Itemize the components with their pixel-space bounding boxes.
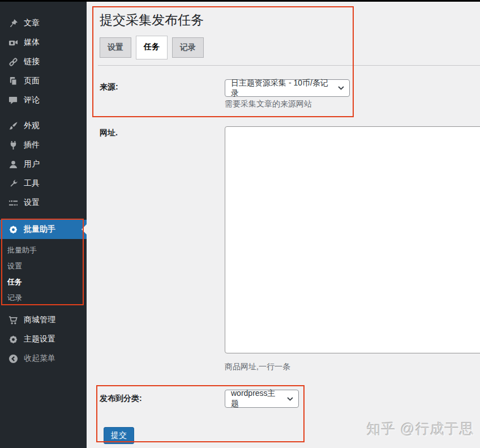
users-icon [7,159,19,169]
source-select-value: 日主题资源采集 - 10币/条记录 [231,78,333,99]
sidebar-item-plugins[interactable]: 插件 [0,135,87,155]
sidebar-item-label: 设置 [24,198,40,208]
page-title: 提交采集发布任务 [100,11,204,29]
sidebar-item-settings[interactable]: 设置 [0,193,87,212]
gear-icon [7,334,19,344]
media-icon [7,37,19,48]
sidebar-item-label: 页面 [24,76,40,86]
appearance-icon [7,121,19,131]
tab-settings[interactable]: 设置 [100,37,131,58]
sidebar-item-posts[interactable]: 文章 [0,14,87,33]
source-help-text: 需要采集文章的来源网站 [225,99,312,109]
urls-label: 网址. [100,128,118,138]
urls-help-text: 商品网址,一行一条 [225,362,290,372]
tab-tasks[interactable]: 任务 [136,36,168,59]
sidebar-item-label: 文章 [24,18,40,28]
sidebar-item-batch-helper[interactable]: 批量助手 [0,220,87,239]
sidebar-item-shop-manage[interactable]: 商城管理 [0,310,87,330]
sidebar-item-label: 链接 [24,57,40,67]
collapse-icon [7,353,19,364]
sidebar-item-label: 商城管理 [24,315,55,325]
sidebar-separator [0,110,87,116]
source-select[interactable]: 日主题资源采集 - 10币/条记录 [225,79,350,97]
tab-records[interactable]: 记录 [172,37,204,58]
sidebar-separator [0,212,87,220]
sidebar-item-links[interactable]: 链接 [0,52,87,71]
category-label: 发布到分类: [100,394,142,404]
submenu-item-tasks[interactable]: 任务 [0,274,87,290]
gear-icon [7,224,19,234]
admin-sidebar: 文章 媒体 链接 页面 [0,0,87,448]
source-label: 来源: [100,82,118,92]
sidebar-item-theme-settings[interactable]: 主题设置 [0,330,87,349]
sidebar-item-media[interactable]: 媒体 [0,33,87,52]
sidebar-item-tools[interactable]: 工具 [0,174,87,193]
submenu-item-batch-helper[interactable]: 批量助手 [0,242,87,258]
chevron-down-icon [287,397,293,401]
current-menu-arrow-icon [82,224,87,234]
submenu-item-records[interactable]: 记录 [0,290,87,306]
settings-icon [7,198,19,208]
sidebar-item-label: 用户 [24,159,40,169]
sidebar-item-label: 插件 [24,140,40,150]
tab-bar: 设置 任务 记录 [100,37,204,59]
sidebar-item-comments[interactable]: 评论 [0,91,87,110]
sidebar-item-label: 收起菜单 [24,353,55,364]
watermark: 知乎 @行成于思 [367,420,474,438]
sidebar-item-users[interactable]: 用户 [0,155,87,174]
urls-textarea[interactable] [225,126,480,353]
pushpin-icon [7,18,19,28]
sidebar-item-label: 工具 [24,178,40,189]
plugins-icon [7,140,19,150]
tools-icon [7,178,19,189]
pages-icon [7,76,19,86]
top-admin-bar [0,0,480,2]
sidebar-item-label: 媒体 [24,37,40,48]
page: 文章 媒体 链接 页面 [0,0,480,448]
batch-helper-submenu: 批量助手 设置 任务 记录 [0,239,87,310]
sidebar-item-label: 评论 [24,95,40,105]
submit-button[interactable]: 提交 [104,427,134,444]
category-select[interactable]: wordpress主题 [225,390,299,408]
sidebar-item-appearance[interactable]: 外观 [0,116,87,135]
sidebar-item-label: 批量助手 [24,224,55,234]
sidebar-item-pages[interactable]: 页面 [0,71,87,91]
sidebar-item-label: 主题设置 [24,334,55,344]
sidebar-item-label: 外观 [24,121,40,131]
link-icon [7,57,19,67]
sidebar-item-collapse-menu[interactable]: 收起菜单 [0,349,87,368]
cart-icon [7,315,19,325]
submenu-item-settings[interactable]: 设置 [0,258,87,274]
tabs-divider [98,65,480,66]
chevron-down-icon [338,86,344,90]
category-select-value: wordpress主题 [231,389,282,409]
comments-icon [7,95,19,105]
